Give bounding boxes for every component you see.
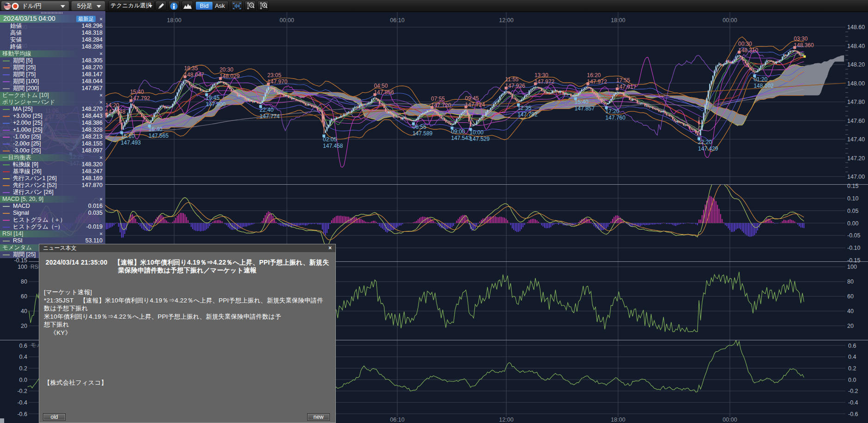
svg-text:12:00: 12:00 <box>499 17 513 24</box>
svg-text:00:00: 00:00 <box>722 17 737 24</box>
svg-text:147.458: 147.458 <box>323 143 343 149</box>
svg-text:0.6: 0.6 <box>19 343 27 349</box>
svg-text:-0.10: -0.10 <box>847 245 861 251</box>
svg-text:147.429: 147.429 <box>698 145 718 152</box>
svg-text:148.047: 148.047 <box>184 72 204 78</box>
svg-text:02:05: 02:05 <box>323 136 337 143</box>
svg-text:14:20: 14:20 <box>105 102 119 109</box>
svg-text:147.60: 147.60 <box>847 118 865 124</box>
svg-text:18:00: 18:00 <box>611 417 625 423</box>
svg-text:147.543: 147.543 <box>451 135 472 141</box>
svg-text:148.360: 148.360 <box>794 42 814 48</box>
svg-text:147.900: 147.900 <box>206 101 226 108</box>
svg-text:148.102: 148.102 <box>753 83 774 89</box>
svg-text:15:10: 15:10 <box>121 133 134 139</box>
svg-text:16:20: 16:20 <box>587 72 601 79</box>
svg-text:00:30: 00:30 <box>738 41 752 47</box>
svg-text:147.926: 147.926 <box>505 83 525 89</box>
svg-text:-0.05: -0.05 <box>847 232 861 239</box>
svg-text:23:05: 23:05 <box>267 72 281 79</box>
svg-text:22:20: 22:20 <box>698 139 712 145</box>
svg-text:100: 100 <box>18 264 27 270</box>
svg-text:148.20: 148.20 <box>847 61 865 68</box>
svg-text:12:35: 12:35 <box>517 105 531 111</box>
svg-text:147.970: 147.970 <box>267 79 288 85</box>
svg-text:80: 80 <box>847 278 854 285</box>
svg-text:-0.15: -0.15 <box>847 257 861 264</box>
svg-text:18:00: 18:00 <box>611 17 625 24</box>
svg-text:147.565: 147.565 <box>149 133 169 139</box>
svg-text:0.15: 0.15 <box>847 183 858 189</box>
svg-text:147.917: 147.917 <box>616 84 637 90</box>
svg-text:147.856: 147.856 <box>374 89 394 96</box>
svg-text:147.00: 147.00 <box>847 174 865 180</box>
svg-text:0.6: 0.6 <box>848 343 856 349</box>
svg-text:148.310: 148.310 <box>738 47 759 54</box>
svg-text:10:00: 10:00 <box>470 129 484 136</box>
svg-text:147.40: 147.40 <box>847 136 865 143</box>
svg-text:15:40: 15:40 <box>575 99 589 105</box>
svg-text:60: 60 <box>847 293 854 300</box>
svg-text:09:00: 09:00 <box>451 128 465 135</box>
svg-text:15:40: 15:40 <box>130 89 144 95</box>
svg-text:19:45: 19:45 <box>206 95 219 101</box>
svg-text:-0.4: -0.4 <box>848 399 858 406</box>
svg-text:00:00: 00:00 <box>722 417 737 423</box>
svg-text:147.792: 147.792 <box>517 111 538 118</box>
svg-text:0.4: 0.4 <box>19 354 27 360</box>
svg-text:-0.4: -0.4 <box>17 399 27 406</box>
svg-text:06:10: 06:10 <box>390 17 404 24</box>
svg-text:147.760: 147.760 <box>606 115 626 121</box>
svg-text:0.0: 0.0 <box>848 377 856 383</box>
svg-text:18:35: 18:35 <box>184 65 198 72</box>
svg-text:147.720: 147.720 <box>431 102 451 109</box>
svg-text:0.10: 0.10 <box>847 195 858 202</box>
svg-text:0.4: 0.4 <box>848 354 856 360</box>
svg-text:147.774: 147.774 <box>260 113 280 120</box>
svg-text:0.0: 0.0 <box>19 377 27 383</box>
svg-text:20: 20 <box>21 323 27 329</box>
svg-text:40: 40 <box>21 308 27 314</box>
svg-text:147.648: 147.648 <box>105 109 126 115</box>
svg-text:100: 100 <box>847 264 857 270</box>
svg-text:00:00: 00:00 <box>279 17 294 24</box>
svg-text:0.2: 0.2 <box>19 365 27 372</box>
svg-text:09:45: 09:45 <box>465 95 479 102</box>
svg-text:17:20: 17:20 <box>606 108 619 115</box>
svg-text:60: 60 <box>21 293 27 300</box>
svg-text:20:30: 20:30 <box>219 66 233 73</box>
svg-text:16:40: 16:40 <box>149 126 163 133</box>
svg-text:-0.2: -0.2 <box>17 388 27 394</box>
svg-text:0.05: 0.05 <box>847 208 858 214</box>
svg-text:148.00: 148.00 <box>847 80 865 87</box>
svg-text:07:55: 07:55 <box>431 96 445 102</box>
svg-text:-0.15: -0.15 <box>14 257 28 264</box>
svg-text:03:30: 03:30 <box>794 36 807 42</box>
svg-text:22:40: 22:40 <box>260 107 273 113</box>
svg-text:148.60: 148.60 <box>847 24 865 30</box>
svg-text:18:00: 18:00 <box>167 17 181 24</box>
svg-text:0.00: 0.00 <box>847 220 858 227</box>
svg-text:147.589: 147.589 <box>413 130 433 137</box>
svg-text:147.529: 147.529 <box>470 136 490 142</box>
svg-text:147.80: 147.80 <box>847 99 865 105</box>
svg-text:147.20: 147.20 <box>847 155 865 162</box>
svg-text:17:55: 17:55 <box>616 77 630 84</box>
svg-text:148.40: 148.40 <box>847 43 865 49</box>
svg-text:RSI: RSI <box>30 264 40 270</box>
svg-text:12:00: 12:00 <box>499 417 513 423</box>
svg-text:20: 20 <box>847 323 854 329</box>
svg-text:147.857: 147.857 <box>575 105 595 112</box>
svg-text:11:55: 11:55 <box>505 76 518 83</box>
svg-text:06:10: 06:10 <box>390 417 404 423</box>
svg-text:147.493: 147.493 <box>121 139 141 146</box>
svg-text:13:30: 13:30 <box>534 72 548 79</box>
svg-text:-0.6: -0.6 <box>17 411 27 417</box>
svg-text:148.029: 148.029 <box>219 73 240 79</box>
svg-text:-0.2: -0.2 <box>848 388 858 394</box>
svg-text:147.972: 147.972 <box>534 79 555 85</box>
svg-text:40: 40 <box>847 308 854 314</box>
svg-text:147.972: 147.972 <box>587 79 607 85</box>
svg-text:04:50: 04:50 <box>374 83 388 89</box>
svg-text:-0.6: -0.6 <box>848 411 858 417</box>
